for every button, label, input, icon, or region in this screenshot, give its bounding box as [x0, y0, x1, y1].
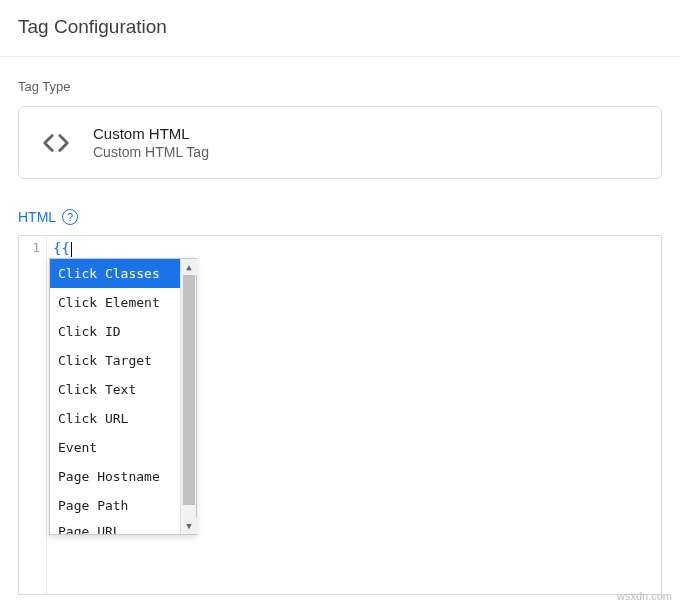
scroll-down-icon[interactable]: ▼ [181, 518, 197, 534]
watermark: wsxdn.com [617, 590, 672, 602]
help-icon[interactable]: ? [62, 209, 78, 225]
code-text: {{ [53, 240, 70, 256]
autocomplete-item-click-id[interactable]: Click ID [50, 317, 180, 346]
code-editor[interactable]: 1 {{ Click Classes Click Element Click I… [18, 235, 662, 595]
tag-type-text: Custom HTML Custom HTML Tag [93, 125, 209, 160]
line-number: 1 [19, 240, 40, 255]
tag-type-label: Tag Type [18, 79, 662, 94]
autocomplete-item-click-target[interactable]: Click Target [50, 346, 180, 375]
html-editor-section: HTML ? 1 {{ Click Classes Click Element … [18, 209, 662, 595]
editor-label: HTML [18, 209, 56, 225]
autocomplete-scrollbar[interactable]: ▲ ▼ [180, 259, 196, 534]
line-number-gutter: 1 [19, 236, 47, 594]
autocomplete-item-page-url[interactable]: Page URL [50, 520, 180, 534]
autocomplete-item-click-element[interactable]: Click Element [50, 288, 180, 317]
autocomplete-item-click-text[interactable]: Click Text [50, 375, 180, 404]
tag-type-selector[interactable]: Custom HTML Custom HTML Tag [18, 106, 662, 179]
autocomplete-item-click-url[interactable]: Click URL [50, 404, 180, 433]
text-cursor [71, 242, 72, 257]
scroll-up-icon[interactable]: ▲ [181, 259, 197, 275]
editor-header: HTML ? [18, 209, 662, 225]
scrollbar-thumb[interactable] [183, 275, 195, 505]
autocomplete-popup: Click Classes Click Element Click ID Cli… [49, 258, 197, 535]
tag-type-subtitle: Custom HTML Tag [93, 144, 209, 160]
autocomplete-item-page-path[interactable]: Page Path [50, 491, 180, 520]
autocomplete-item-page-hostname[interactable]: Page Hostname [50, 462, 180, 491]
tag-config-header: Tag Configuration [0, 0, 680, 57]
code-input-area[interactable]: {{ Click Classes Click Element Click ID … [47, 236, 661, 594]
content-area: Tag Type Custom HTML Custom HTML Tag HTM… [0, 79, 680, 595]
autocomplete-item-event[interactable]: Event [50, 433, 180, 462]
page-title: Tag Configuration [18, 16, 662, 38]
autocomplete-list: Click Classes Click Element Click ID Cli… [50, 259, 180, 534]
autocomplete-item-click-classes[interactable]: Click Classes [50, 259, 180, 288]
code-brackets-icon [41, 128, 71, 158]
tag-type-title: Custom HTML [93, 125, 209, 142]
